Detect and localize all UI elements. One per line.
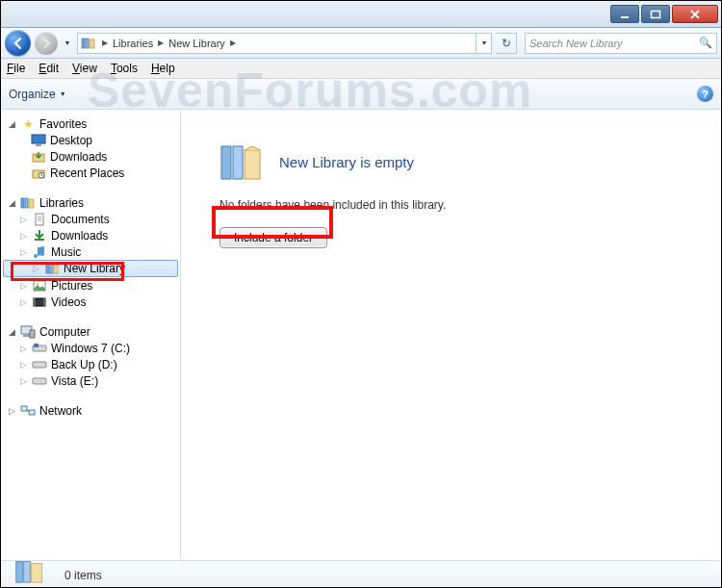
drive-icon xyxy=(31,357,48,372)
organize-label: Organize xyxy=(9,88,56,101)
expand-icon[interactable]: ▷ xyxy=(18,230,29,241)
expand-icon[interactable]: ▷ xyxy=(31,264,41,274)
sidebar-item-music[interactable]: ▷ Music xyxy=(1,243,180,260)
collapse-icon[interactable]: ◢ xyxy=(7,118,17,129)
collapse-icon[interactable]: ◢ xyxy=(7,326,17,337)
sidebar-item-drive-c[interactable]: ▷ Windows 7 (C:) xyxy=(1,340,180,356)
pictures-icon xyxy=(31,278,48,294)
svg-rect-2 xyxy=(82,38,85,48)
breadcrumb[interactable]: ▶ Libraries ▶ New Library ▶ ▾ xyxy=(77,33,492,54)
menu-help[interactable]: Help xyxy=(151,62,175,75)
svg-rect-32 xyxy=(221,146,231,179)
refresh-button[interactable]: ↻ xyxy=(496,33,517,54)
sidebar-item-recent-places[interactable]: Recent Places xyxy=(1,165,180,181)
expand-icon[interactable]: ▷ xyxy=(18,343,29,353)
help-button[interactable]: ? xyxy=(697,86,713,102)
nav-history-dropdown[interactable]: ▼ xyxy=(62,34,73,53)
svg-rect-1 xyxy=(652,11,660,17)
expand-icon[interactable]: ▷ xyxy=(18,359,29,370)
menu-bar: File Edit View Tools Help xyxy=(1,59,721,79)
svg-rect-33 xyxy=(233,146,243,179)
search-icon[interactable]: 🔍 xyxy=(699,37,712,49)
libraries-label: Libraries xyxy=(39,196,84,210)
star-icon: ★ xyxy=(19,116,37,132)
svg-rect-36 xyxy=(24,561,31,582)
recent-places-icon xyxy=(30,166,47,181)
sidebar-item-downloads[interactable]: Downloads xyxy=(1,148,180,165)
downloads-icon xyxy=(31,228,48,243)
include-folder-button[interactable]: Include a folder xyxy=(219,227,327,248)
svg-rect-21 xyxy=(34,298,36,306)
crumb-new-library[interactable]: New Library xyxy=(167,34,227,53)
expand-icon[interactable]: ▷ xyxy=(18,214,29,224)
expand-icon[interactable]: ▷ xyxy=(18,246,29,257)
menu-tools[interactable]: Tools xyxy=(111,62,138,75)
menu-view[interactable]: View xyxy=(72,62,97,75)
crumb-libraries[interactable]: Libraries xyxy=(111,34,155,53)
expand-icon[interactable]: ▷ xyxy=(18,375,29,386)
svg-rect-6 xyxy=(36,144,41,146)
svg-rect-29 xyxy=(33,378,46,384)
favorites-header[interactable]: ◢ ★ Favorites xyxy=(1,115,180,132)
close-button[interactable] xyxy=(672,5,718,23)
organize-button[interactable]: Organize ▼ xyxy=(9,88,66,101)
menu-file[interactable]: File xyxy=(7,62,25,75)
sidebar-item-pictures[interactable]: ▷ Pictures xyxy=(1,277,180,294)
search-input[interactable]: Search New Library 🔍 xyxy=(525,33,717,54)
title-bar xyxy=(1,1,721,28)
sidebar-item-drive-d[interactable]: ▷ Back Up (D:) xyxy=(1,356,180,372)
sidebar-item-downloads-lib[interactable]: ▷ Downloads xyxy=(1,227,180,243)
sidebar-item-desktop[interactable]: Desktop xyxy=(1,132,180,148)
libraries-header[interactable]: ◢ Libraries xyxy=(1,194,180,211)
command-bar: Organize ▼ ? xyxy=(1,79,721,110)
minimize-button[interactable] xyxy=(610,5,639,23)
desktop-icon xyxy=(30,133,47,148)
libraries-icon xyxy=(19,195,37,211)
svg-rect-28 xyxy=(33,362,46,368)
svg-rect-0 xyxy=(621,16,629,18)
svg-rect-17 xyxy=(54,265,58,273)
sidebar-item-drive-e[interactable]: ▷ Vista (E:) xyxy=(1,372,180,389)
svg-rect-37 xyxy=(32,563,42,582)
svg-rect-16 xyxy=(50,264,53,273)
maximize-button[interactable] xyxy=(641,5,670,23)
drive-icon xyxy=(31,373,48,389)
network-icon xyxy=(19,403,37,419)
svg-rect-14 xyxy=(35,239,44,241)
address-dropdown[interactable]: ▾ xyxy=(476,34,491,53)
chevron-right-icon[interactable]: ▶ xyxy=(227,38,239,47)
details-pane: 0 items xyxy=(1,560,721,588)
svg-rect-4 xyxy=(90,39,94,48)
computer-group: ◢ Computer ▷ Windows 7 (C:) ▷ Back Up (D… xyxy=(1,323,180,389)
computer-header[interactable]: ◢ Computer xyxy=(1,323,180,340)
network-label: Network xyxy=(39,404,82,418)
downloads-icon xyxy=(30,149,47,165)
library-icon xyxy=(80,36,97,51)
sidebar-item-documents[interactable]: ▷ Documents xyxy=(1,211,180,227)
svg-rect-15 xyxy=(46,264,49,273)
forward-button[interactable] xyxy=(35,32,58,55)
favorites-label: Favorites xyxy=(39,117,87,131)
computer-icon xyxy=(19,324,37,340)
navigation-pane: ◢ ★ Favorites Desktop Downloads Recent P… xyxy=(1,110,181,560)
network-group: ▷ Network xyxy=(1,402,180,419)
expand-icon[interactable]: ▷ xyxy=(18,280,29,291)
chevron-down-icon: ▼ xyxy=(60,90,66,97)
svg-rect-13 xyxy=(36,214,43,225)
back-button[interactable] xyxy=(5,30,31,56)
menu-edit[interactable]: Edit xyxy=(39,62,59,75)
network-header[interactable]: ▷ Network xyxy=(1,402,180,419)
content-pane: New Library is empty No folders have bee… xyxy=(181,110,721,560)
svg-rect-5 xyxy=(32,135,45,143)
svg-rect-11 xyxy=(25,198,28,208)
expand-icon[interactable]: ▷ xyxy=(7,405,17,416)
expand-icon[interactable]: ▷ xyxy=(18,296,29,307)
collapse-icon[interactable]: ◢ xyxy=(7,197,17,208)
library-icon xyxy=(11,557,51,588)
chevron-right-icon[interactable]: ▶ xyxy=(99,38,111,47)
chevron-right-icon[interactable]: ▶ xyxy=(155,38,167,47)
svg-rect-24 xyxy=(23,335,30,337)
sidebar-item-new-library[interactable]: ▷ New Library xyxy=(3,260,178,277)
sidebar-item-videos[interactable]: ▷ Videos xyxy=(1,294,180,310)
svg-rect-34 xyxy=(245,150,260,179)
